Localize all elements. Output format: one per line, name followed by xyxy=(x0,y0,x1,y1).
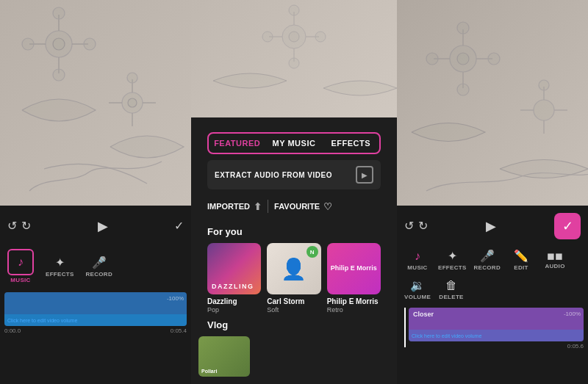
right-toolbar: ↺ ↻ ▶ ✓ ♪ MUSIC ✦ EFFECTS 🎤 xyxy=(397,206,588,384)
card-title-philip: Philip E Morris xyxy=(327,297,381,305)
music-card-dazzling[interactable]: DAZZLING Dazzling Pop xyxy=(207,243,261,314)
card-thumb-philip: Philip E Morris xyxy=(327,243,381,294)
edit-right-label: EDIT xyxy=(514,264,528,271)
music-tool-button[interactable]: ♪ MUSIC xyxy=(7,249,34,283)
effects-right-button[interactable]: ✦ EFFECTS xyxy=(438,249,467,271)
tab-featured[interactable]: FEATURED xyxy=(209,134,265,153)
effects-right-icon: ✦ xyxy=(448,249,457,263)
record-right-label: RECORD xyxy=(474,264,501,271)
volume-right: -100% xyxy=(564,311,581,317)
floral-center xyxy=(191,0,397,117)
card-genre-philip: Retro xyxy=(327,306,381,314)
center-panel: FEATURED MY MUSIC EFFECTS EXTRACT AUDIO … xyxy=(191,0,397,384)
vlog-label: Vlog xyxy=(207,319,381,330)
svg-point-35 xyxy=(457,84,469,95)
redo-button[interactable]: ↻ xyxy=(21,219,31,233)
right-video-panel xyxy=(397,0,588,206)
svg-point-25 xyxy=(289,58,299,68)
edit-volume-label-left: Click here to edit video volume xyxy=(7,318,77,323)
vlog-thumb-pollari: Pollari xyxy=(198,336,250,377)
right-panel: ↺ ↻ ▶ ✓ ♪ MUSIC ✦ EFFECTS 🎤 xyxy=(397,0,588,384)
undo-right-button[interactable]: ↺ xyxy=(404,219,414,233)
volume-right-button[interactable]: 🔉 VOLUME xyxy=(404,278,431,300)
person-icon-carl: 👤 xyxy=(281,257,306,281)
music-right-label: MUSIC xyxy=(407,264,427,271)
time-end-left: 0:05.4 xyxy=(171,327,187,334)
filter-row: IMPORTED ⬆ FAVOURITE ♡ xyxy=(207,200,381,213)
music-card-carl[interactable]: 👤 N Carl Storm Soft xyxy=(267,243,320,314)
card-thumb-dazzling: DAZZLING xyxy=(207,243,261,294)
filter-divider xyxy=(268,200,268,213)
music-right-button[interactable]: ♪ MUSIC xyxy=(404,250,431,271)
svg-point-28 xyxy=(457,53,469,65)
for-you-label: For you xyxy=(207,226,381,237)
tabs-row: FEATURED MY MUSIC EFFECTS xyxy=(207,132,381,154)
floral-left xyxy=(0,0,191,206)
svg-point-42 xyxy=(539,80,549,90)
record-right-icon: 🎤 xyxy=(480,249,495,263)
vlog-card-pollari[interactable]: Pollari xyxy=(198,336,250,377)
record-right-button[interactable]: 🎤 RECORD xyxy=(474,249,501,271)
svg-point-33 xyxy=(457,22,469,34)
floral-right xyxy=(397,0,588,206)
imported-label: IMPORTED xyxy=(207,202,250,211)
svg-point-23 xyxy=(289,5,299,15)
right-toolbar-icons: ↺ ↻ ▶ ✓ xyxy=(397,206,588,246)
volume-right-icon: 🔉 xyxy=(410,278,425,292)
play-button-left[interactable]: ▶ xyxy=(98,218,108,234)
volume-left: -100% xyxy=(167,295,184,302)
record-icon: 🎤 xyxy=(92,256,107,269)
delete-right-label: DELETE xyxy=(439,294,463,300)
audio-right-icon: ◼◼ xyxy=(547,250,563,261)
svg-point-9 xyxy=(22,38,34,50)
undo-redo-right: ↺ ↻ xyxy=(404,219,428,233)
left-video-track[interactable]: Click here to edit video volume -100% xyxy=(4,292,187,326)
delete-right-icon: 🗑 xyxy=(445,279,457,292)
card-genre-carl: Soft xyxy=(267,306,320,314)
import-icon: ⬆ xyxy=(254,201,262,212)
timeline-right: Closer Click here to edit video volume -… xyxy=(397,303,588,384)
audio-right-label: AUDIO xyxy=(545,263,564,269)
pollari-label: Pollari xyxy=(201,369,217,374)
new-badge-carl: N xyxy=(306,246,318,258)
favourite-label: FAVOURITE xyxy=(274,202,320,211)
tab-my-music[interactable]: MY MUSIC xyxy=(265,134,322,153)
music-right-icon: ♪ xyxy=(415,250,420,263)
right-video-track[interactable]: Closer Click here to edit video volume -… xyxy=(409,308,584,341)
delete-right-button[interactable]: 🗑 DELETE xyxy=(438,279,465,300)
favourite-button[interactable]: FAVOURITE ♡ xyxy=(274,201,332,212)
svg-point-11 xyxy=(128,98,137,107)
edit-volume-label-right: Click here to edit video volume xyxy=(412,333,481,338)
undo-button[interactable]: ↺ xyxy=(7,219,17,233)
check-left[interactable]: ✓ xyxy=(174,220,184,232)
music-panel-content: FEATURED MY MUSIC EFFECTS EXTRACT AUDIO … xyxy=(191,117,397,384)
check-right-button[interactable]: ✓ xyxy=(554,213,581,239)
svg-point-6 xyxy=(53,7,65,19)
tab-effects[interactable]: EFFECTS xyxy=(323,134,379,153)
music-icon-box: ♪ xyxy=(7,249,34,275)
music-note-icon: ♪ xyxy=(18,256,24,269)
svg-point-26 xyxy=(262,32,273,42)
timeline-left: Click here to edit video volume -100% 0:… xyxy=(0,286,191,384)
card-title-carl: Carl Storm xyxy=(267,297,320,305)
redo-right-button[interactable]: ↻ xyxy=(418,219,428,233)
svg-point-37 xyxy=(534,100,554,120)
extract-play-button[interactable]: ▶ xyxy=(356,166,373,184)
heart-icon: ♡ xyxy=(323,201,332,212)
svg-point-36 xyxy=(426,53,438,65)
music-card-philip[interactable]: Philip E Morris Philip E Morris Retro xyxy=(327,243,381,314)
undo-redo-group: ↺ ↻ xyxy=(7,219,31,233)
music-cards: DAZZLING Dazzling Pop 👤 N Carl Storm Sof… xyxy=(207,243,381,314)
effects-tool-label: EFFECTS xyxy=(46,271,74,278)
effects-tool-button[interactable]: ✦ EFFECTS xyxy=(46,256,74,278)
extract-audio-row[interactable]: EXTRACT AUDIO FROM VIDEO ▶ xyxy=(207,160,381,189)
record-tool-button[interactable]: 🎤 RECORD xyxy=(86,256,112,278)
edit-right-button[interactable]: ✏️ EDIT xyxy=(508,249,534,271)
dazzling-text: DAZZLING xyxy=(212,283,254,290)
left-toolbar-icons: ↺ ↻ ▶ ✓ xyxy=(0,206,191,246)
time-start-left: 0:00.0 xyxy=(4,327,21,334)
audio-right-button[interactable]: ◼◼ AUDIO xyxy=(542,250,568,269)
play-button-right[interactable]: ▶ xyxy=(486,218,496,234)
imported-button[interactable]: IMPORTED ⬆ xyxy=(207,201,262,212)
vlog-cards: Pollari xyxy=(198,336,390,377)
